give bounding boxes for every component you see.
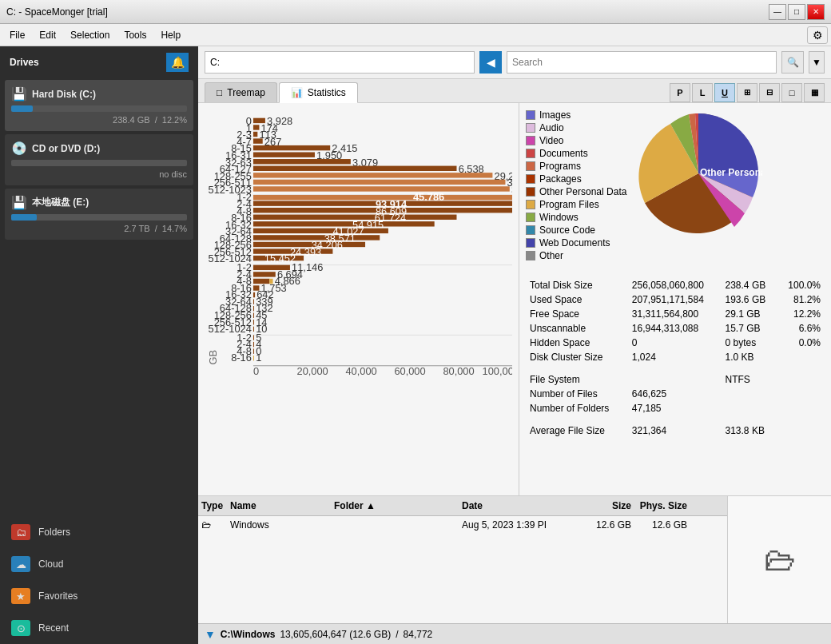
- legend-programs: Programs: [526, 161, 626, 172]
- preview-folder-icon: 🗁: [764, 542, 796, 578]
- menu-help[interactable]: Help: [154, 27, 187, 43]
- svg-text:80,000: 80,000: [443, 365, 474, 377]
- status-path: C:\Windows: [221, 629, 276, 640]
- legend-video-color: [526, 136, 535, 145]
- svg-rect-82: [253, 292, 255, 297]
- drives-icon: 🔔: [166, 53, 189, 72]
- svg-rect-102: [253, 335, 254, 340]
- recent-icon: ⊙: [11, 620, 30, 636]
- menu-file[interactable]: File: [3, 27, 31, 43]
- stats-val2: 29.1 GB: [723, 308, 777, 320]
- settings-button[interactable]: ⚙: [807, 26, 828, 44]
- stats-icon: 📊: [291, 87, 303, 98]
- drive-e-icon: 💾: [11, 195, 27, 210]
- svg-text:60,000: 60,000: [394, 365, 425, 377]
- view-p[interactable]: P: [670, 83, 690, 102]
- search-input[interactable]: [512, 57, 771, 68]
- tabs: □ Treemap 📊 Statistics: [205, 82, 358, 102]
- drive-c-progress-bg: [11, 105, 187, 112]
- svg-rect-5: [253, 125, 259, 129]
- sidebar-item-folders[interactable]: 🗂 Folders: [0, 516, 198, 548]
- drive-d-progress-bg: [11, 160, 187, 166]
- view-grid1[interactable]: ⊞: [737, 83, 757, 102]
- svg-text:20,000: 20,000: [297, 365, 328, 377]
- stats-val2: 0 bytes: [723, 336, 777, 349]
- menu-selection[interactable]: Selection: [64, 27, 116, 43]
- cloud-icon: ☁: [11, 556, 30, 572]
- drive-d-info: no disc: [11, 169, 187, 179]
- file-row[interactable]: 🗁 Windows Aug 5, 2023 1:39 PI 12.6 GB 12…: [198, 516, 727, 534]
- tab-statistics[interactable]: 📊 Statistics: [279, 82, 358, 103]
- drive-d-name: CD or DVD (D:): [32, 143, 100, 154]
- svg-text:38,979: 38,979: [511, 184, 512, 196]
- svg-rect-111: [253, 356, 254, 360]
- right-panel: C: ◀ 🔍 ▼ □ Treemap 📊 Statistics: [198, 46, 831, 644]
- search-button[interactable]: 🔍: [781, 51, 804, 74]
- svg-rect-11: [253, 138, 263, 143]
- svg-rect-26: [253, 173, 492, 177]
- svg-text:Other Personal Data: Other Personal Data: [700, 167, 762, 178]
- drive-item-c[interactable]: 💾 Hard Disk (C:) 238.4 GB / 12.2%: [5, 80, 193, 131]
- legend-audio-label: Audio: [539, 122, 564, 133]
- sidebar-item-favorites[interactable]: ★ Favorites: [0, 580, 198, 612]
- sidebar-bottom: 🗂 Folders ☁ Cloud ★ Favorites ⊙ Recent: [0, 516, 198, 644]
- legend-source-code-label: Source Code: [539, 225, 595, 236]
- svg-rect-85: [253, 299, 254, 304]
- file-phys-size: 12.6 GB: [634, 518, 690, 532]
- view-single[interactable]: □: [781, 83, 802, 102]
- svg-rect-108: [253, 348, 254, 353]
- stats-val3: 81.2%: [778, 293, 823, 306]
- stats-label: Unscannable: [527, 322, 628, 335]
- drive-e-info: 2.7 TB / 14.7%: [11, 224, 187, 233]
- svg-rect-72: [253, 272, 276, 276]
- menubar: File Edit Selection Tools Help ⚙: [0, 24, 831, 46]
- favorites-icon: ★: [11, 588, 30, 604]
- view-u[interactable]: U: [714, 83, 735, 102]
- back-button[interactable]: ◀: [479, 51, 502, 74]
- stats-label: Free Space: [527, 308, 628, 320]
- legend-packages: Packages: [526, 173, 626, 185]
- svg-rect-94: [253, 320, 254, 324]
- legend-video-label: Video: [539, 135, 563, 146]
- legend-other-personal-color: [526, 187, 535, 197]
- drive-d-icon: 💿: [11, 141, 27, 156]
- drive-item-e[interactable]: 💾 本地磁盘 (E:) 2.7 TB / 14.7%: [5, 189, 193, 240]
- view-pattern[interactable]: ▦: [804, 83, 825, 102]
- stats-val2: 313.8 KB: [723, 424, 777, 437]
- minimize-button[interactable]: —: [769, 4, 786, 20]
- file-name: Windows: [227, 518, 331, 532]
- main-layout: Drives 🔔 💾 Hard Disk (C:) 238.4 GB / 12.…: [0, 46, 831, 644]
- svg-rect-17: [253, 152, 315, 157]
- status-size: 13,605,604,647 (12.6 GB): [280, 629, 391, 640]
- left-panel: Drives 🔔 💾 Hard Disk (C:) 238.4 GB / 12.…: [0, 46, 198, 644]
- legend-documents-label: Documents: [539, 148, 588, 159]
- sidebar-item-cloud[interactable]: ☁ Cloud: [0, 548, 198, 580]
- view-grid2[interactable]: ⊟: [759, 83, 780, 102]
- file-folder: [331, 523, 459, 527]
- tab-treemap[interactable]: □ Treemap: [205, 82, 277, 102]
- drive-c-info: 238.4 GB / 12.2%: [11, 115, 187, 125]
- stats-val1: 47,185: [630, 402, 722, 415]
- search-dropdown[interactable]: ▼: [809, 51, 825, 74]
- svg-rect-32: [253, 186, 510, 191]
- legend-audio: Audio: [526, 122, 626, 133]
- legend-windows: Windows: [526, 212, 626, 223]
- view-l[interactable]: L: [692, 83, 713, 102]
- drives-title: Drives: [10, 57, 39, 68]
- maximize-button[interactable]: □: [788, 4, 805, 20]
- favorites-label: Favorites: [38, 590, 78, 602]
- stats-row-files: Number of Files 646,625: [527, 388, 823, 400]
- file-type-icon: 🗁: [198, 518, 227, 532]
- menu-edit[interactable]: Edit: [33, 27, 62, 43]
- close-button[interactable]: ✕: [807, 4, 825, 20]
- stats-val2: 193.6 GB: [723, 293, 777, 306]
- sidebar-item-recent[interactable]: ⊙ Recent: [0, 612, 198, 644]
- stats-row-used: Used Space 207,951,171,584 193.6 GB 81.2…: [527, 293, 823, 306]
- col-header-name: Name: [227, 499, 331, 513]
- stats-val3: 6.6%: [778, 322, 823, 335]
- drive-item-d[interactable]: 💿 CD or DVD (D:) no disc: [5, 134, 193, 185]
- stats-table: Total Disk Size 256,058,060,800 238.4 GB…: [526, 277, 825, 439]
- stats-row-cluster: Disk Cluster Size 1,024 1.0 KB: [527, 351, 823, 364]
- menu-tools[interactable]: Tools: [117, 27, 153, 43]
- col-header-folder: Folder ▲: [331, 499, 459, 513]
